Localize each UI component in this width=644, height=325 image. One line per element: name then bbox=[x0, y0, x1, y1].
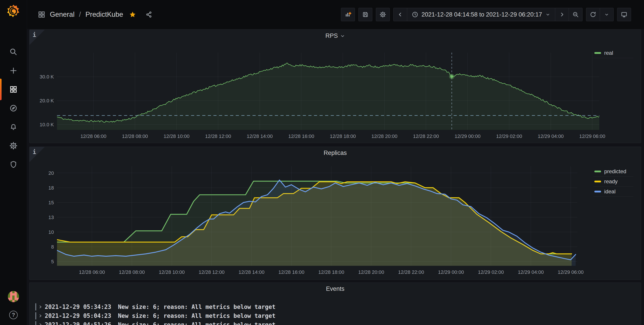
sidebar-item-create[interactable] bbox=[10, 67, 18, 75]
save-dashboard-button[interactable] bbox=[358, 8, 372, 21]
svg-text:12/28 16:00: 12/28 16:00 bbox=[288, 133, 314, 139]
legend-swatch bbox=[594, 181, 601, 182]
zoom-out-icon bbox=[572, 11, 579, 18]
sidebar-bottom: ? bbox=[0, 291, 27, 319]
svg-text:12/28 12:00: 12/28 12:00 bbox=[205, 133, 231, 139]
add-panel-button[interactable] bbox=[341, 8, 355, 21]
svg-text:12/29 06:00: 12/29 06:00 bbox=[580, 133, 605, 139]
panel-title-button[interactable]: RPS bbox=[325, 32, 345, 39]
panel-header: Replicas bbox=[30, 150, 641, 156]
dashboard-toolbar: 2021-12-28 04:14:58 to 2021-12-29 06:20:… bbox=[341, 8, 644, 21]
rps-legend: real bbox=[594, 48, 633, 58]
svg-text:10.0 K: 10.0 K bbox=[40, 122, 54, 127]
breadcrumb-folder[interactable]: General bbox=[50, 10, 74, 18]
svg-text:12/28 14:00: 12/28 14:00 bbox=[238, 269, 264, 275]
grafana-logo[interactable] bbox=[6, 4, 20, 18]
zoom-out-time-button[interactable] bbox=[569, 8, 582, 21]
svg-text:5: 5 bbox=[51, 259, 54, 265]
panel-title-text: Events bbox=[326, 286, 344, 292]
favorite-star-icon[interactable] bbox=[129, 11, 136, 18]
time-range-picker-button[interactable]: 2021-12-28 04:14:58 to 2021-12-29 06:20:… bbox=[407, 8, 555, 21]
expand-chevron-icon bbox=[38, 323, 42, 325]
sidebar-item-help[interactable]: ? bbox=[9, 311, 18, 319]
dashboard-settings-button[interactable] bbox=[376, 8, 390, 21]
log-level-bar bbox=[35, 321, 36, 325]
search-icon bbox=[10, 48, 18, 56]
event-row[interactable]: 2021-12-29 05:34:23 New size: 6; reason:… bbox=[35, 303, 635, 311]
time-picker-group: 2021-12-28 04:14:58 to 2021-12-29 06:20:… bbox=[393, 8, 582, 21]
refresh-interval-button[interactable] bbox=[600, 8, 614, 21]
share-icon[interactable] bbox=[146, 11, 152, 18]
time-shift-back-button[interactable] bbox=[393, 8, 407, 21]
svg-text:30.0 K: 30.0 K bbox=[40, 74, 54, 80]
breadcrumb-dashboard-title[interactable]: PredictKube bbox=[86, 10, 123, 18]
panel-header: RPS bbox=[30, 32, 641, 39]
sidebar: ? bbox=[0, 0, 27, 325]
event-row[interactable]: 2021-12-29 04:51:26 New size: 6; reason:… bbox=[35, 320, 635, 325]
legend-item-ideal[interactable]: ideal bbox=[594, 187, 633, 197]
sidebar-item-alerting[interactable] bbox=[10, 123, 18, 131]
panel-title-button[interactable]: Events bbox=[326, 286, 344, 292]
event-timestamp: 2021-12-29 04:51:26 bbox=[45, 322, 111, 325]
sidebar-item-explore[interactable] bbox=[10, 104, 18, 112]
sidebar-item-search[interactable] bbox=[10, 48, 18, 56]
refresh-button[interactable] bbox=[586, 8, 600, 21]
event-message: New size: 6; reason: All metrics below t… bbox=[118, 322, 275, 325]
event-row[interactable]: 2021-12-29 05:04:23 New size: 6; reason:… bbox=[35, 311, 635, 320]
avatar[interactable] bbox=[8, 291, 19, 302]
cycle-view-mode-button[interactable] bbox=[617, 8, 631, 21]
add-panel-icon bbox=[344, 11, 351, 18]
chevron-left-icon bbox=[397, 11, 404, 18]
refresh-icon bbox=[590, 11, 596, 18]
legend-item-real[interactable]: real bbox=[594, 48, 633, 58]
legend-item-ready[interactable]: ready bbox=[594, 177, 633, 187]
svg-text:20: 20 bbox=[48, 170, 54, 176]
event-message: New size: 6; reason: All metrics below t… bbox=[118, 304, 275, 310]
svg-text:12/29 06:00: 12/29 06:00 bbox=[558, 269, 584, 275]
svg-text:12/28 20:00: 12/28 20:00 bbox=[358, 269, 384, 275]
expand-chevron-icon bbox=[38, 314, 42, 318]
svg-text:12/29 04:00: 12/29 04:00 bbox=[518, 269, 544, 275]
legend-swatch bbox=[594, 52, 601, 54]
legend-swatch bbox=[594, 191, 601, 192]
plus-icon bbox=[10, 67, 18, 75]
sidebar-nav bbox=[0, 48, 27, 169]
svg-text:10: 10 bbox=[48, 229, 54, 235]
legend-label: ready bbox=[604, 178, 618, 185]
svg-text:12/29 04:00: 12/29 04:00 bbox=[538, 133, 564, 139]
breadcrumb: General / PredictKube bbox=[38, 10, 152, 18]
svg-text:12/28 08:00: 12/28 08:00 bbox=[119, 269, 145, 275]
chevron-down-icon bbox=[604, 12, 609, 17]
panel-title-text: RPS bbox=[325, 32, 338, 39]
event-timestamp: 2021-12-29 05:04:23 bbox=[45, 313, 111, 319]
rps-chart[interactable]: 12/28 06:0012/28 08:0012/28 10:0012/28 1… bbox=[30, 30, 641, 143]
legend-item-predicted[interactable]: predicted bbox=[594, 167, 633, 177]
shield-icon bbox=[10, 160, 18, 169]
sidebar-item-configuration[interactable] bbox=[10, 142, 18, 150]
time-shift-forward-button[interactable] bbox=[555, 8, 569, 21]
monitor-icon bbox=[621, 11, 628, 18]
chevron-down-icon bbox=[340, 33, 345, 38]
save-icon bbox=[362, 11, 369, 18]
svg-text:12/28 18:00: 12/28 18:00 bbox=[330, 133, 356, 139]
svg-text:12/29 00:00: 12/29 00:00 bbox=[454, 133, 480, 139]
svg-text:12/28 10:00: 12/28 10:00 bbox=[159, 269, 185, 275]
replicas-chart[interactable]: 12/28 06:0012/28 08:0012/28 10:0012/28 1… bbox=[30, 147, 641, 280]
replicas-legend: predicted ready ideal bbox=[594, 167, 633, 197]
panel-replicas: i Replicas 12/28 06:0012/28 08:0012/28 1… bbox=[29, 147, 641, 280]
svg-text:12/28 06:00: 12/28 06:00 bbox=[79, 269, 105, 275]
event-timestamp: 2021-12-29 05:34:23 bbox=[45, 304, 111, 310]
dashboards-grid-icon bbox=[10, 85, 18, 93]
sidebar-item-server-admin[interactable] bbox=[10, 160, 18, 169]
log-level-bar bbox=[35, 312, 36, 320]
svg-text:12/29 02:00: 12/29 02:00 bbox=[478, 269, 504, 275]
sidebar-item-dashboards[interactable] bbox=[10, 85, 18, 93]
svg-text:12/28 12:00: 12/28 12:00 bbox=[198, 269, 224, 275]
refresh-group bbox=[586, 8, 614, 21]
time-range-text: 2021-12-28 04:14:58 to 2021-12-29 06:20:… bbox=[422, 11, 542, 18]
log-level-bar bbox=[35, 303, 36, 311]
svg-text:15: 15 bbox=[48, 200, 54, 205]
svg-text:12/29 00:00: 12/29 00:00 bbox=[438, 269, 464, 275]
event-log-list: 2021-12-29 05:34:23 New size: 6; reason:… bbox=[35, 303, 635, 325]
panel-title-button[interactable]: Replicas bbox=[324, 150, 347, 156]
